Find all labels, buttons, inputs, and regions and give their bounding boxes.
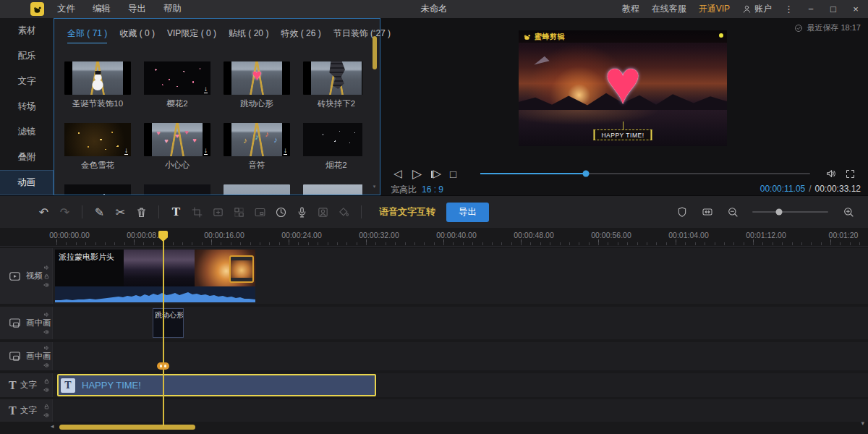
- maximize-button[interactable]: □: [828, 4, 838, 14]
- asset-item[interactable]: ↓ 烟花2: [303, 123, 362, 171]
- account-button[interactable]: 账户: [742, 3, 772, 15]
- text-rotate-handle[interactable]: [623, 122, 624, 129]
- timeline-ruler[interactable]: 00:00:00.00 00:00:08.00 00:00:16.00 00:0…: [0, 228, 868, 247]
- hide-track-icon[interactable]: [43, 386, 50, 393]
- fullscreen-button[interactable]: [841, 169, 859, 179]
- playhead-line[interactable]: [163, 232, 164, 426]
- lock-track-icon[interactable]: [43, 353, 50, 359]
- aspect-ratio-value[interactable]: 16 : 9: [422, 184, 443, 195]
- download-icon[interactable]: ↓: [204, 147, 208, 155]
- hide-track-icon[interactable]: [43, 412, 50, 418]
- asset-item[interactable]: ♪↓ 音符: [224, 123, 290, 171]
- record-voiceover-button[interactable]: [292, 206, 312, 218]
- mute-track-icon[interactable]: [43, 344, 50, 351]
- asset-item[interactable]: ↓ 樱花2: [144, 61, 210, 109]
- edit-clip-button[interactable]: ✎: [89, 205, 110, 219]
- pip-track-lane[interactable]: [52, 342, 868, 370]
- crop-button[interactable]: [187, 206, 208, 218]
- sidebar-item-animation[interactable]: 动画: [0, 170, 54, 195]
- text-overlay-selected[interactable]: HAPPY TIME!: [593, 129, 652, 140]
- lock-track-icon[interactable]: [43, 403, 50, 409]
- text-tool-button[interactable]: T: [166, 205, 187, 219]
- previous-frame-button[interactable]: ◁: [393, 167, 412, 180]
- timeline-horizontal-scrollbar[interactable]: [59, 425, 195, 430]
- stop-button[interactable]: □: [450, 168, 469, 180]
- scroll-up-icon[interactable]: ▴: [371, 27, 378, 33]
- tab-effects[interactable]: 特效 ( 26 ): [281, 27, 320, 43]
- app-logo-bee-icon[interactable]: [30, 2, 44, 16]
- hide-track-icon[interactable]: [43, 328, 50, 335]
- hide-track-icon[interactable]: [43, 362, 50, 368]
- sidebar-item-overlay[interactable]: 叠附: [0, 145, 54, 170]
- tab-all[interactable]: 全部 ( 71 ): [67, 27, 107, 43]
- tab-stickers[interactable]: 贴纸 ( 20 ): [229, 27, 268, 43]
- hscroll-left-icon[interactable]: ◂: [51, 423, 54, 430]
- playhead-clip-marker[interactable]: [157, 362, 169, 370]
- transition-overlay-box[interactable]: [229, 255, 254, 283]
- seek-bar[interactable]: [480, 173, 810, 174]
- lock-track-icon[interactable]: [43, 378, 50, 384]
- delete-button[interactable]: [131, 206, 152, 218]
- tab-favorites[interactable]: 收藏 ( 0 ): [119, 27, 155, 43]
- menu-file[interactable]: 文件: [57, 3, 75, 15]
- menu-help[interactable]: 帮助: [163, 3, 182, 15]
- text-track-lane[interactable]: [52, 399, 868, 422]
- volume-button[interactable]: [822, 168, 841, 179]
- download-icon[interactable]: ↓: [204, 85, 208, 93]
- play-button[interactable]: ▷: [412, 166, 431, 182]
- video-clip[interactable]: 派拉蒙电影片头: [55, 250, 255, 302]
- next-frame-button[interactable]: ▷: [431, 167, 450, 180]
- download-icon[interactable]: ↓: [124, 147, 128, 155]
- redo-button[interactable]: ↷: [54, 205, 75, 219]
- pip-track-lane[interactable]: 跳动心形: [52, 307, 868, 339]
- asset-item-partial[interactable]: [224, 184, 290, 195]
- sidebar-item-music[interactable]: 配乐: [0, 43, 54, 69]
- marker-button[interactable]: [671, 206, 692, 218]
- tab-holiday-decor[interactable]: 节日装饰 ( 27 ): [333, 27, 391, 43]
- menu-edit[interactable]: 编辑: [93, 3, 111, 15]
- asset-item[interactable]: 圣诞节装饰10: [64, 61, 131, 109]
- zoom-slider-knob[interactable]: [775, 209, 782, 216]
- pip-clip[interactable]: 跳动心形: [153, 308, 184, 338]
- asset-panel-scrollbar[interactable]: ▴ ▾: [371, 27, 378, 189]
- scroll-down-icon[interactable]: ▾: [371, 184, 378, 189]
- sidebar-item-text[interactable]: 文字: [0, 69, 54, 94]
- lock-track-icon[interactable]: [43, 320, 50, 326]
- zoom-frame-button[interactable]: [208, 206, 229, 218]
- seek-knob[interactable]: [582, 171, 589, 177]
- sidebar-item-filter[interactable]: 滤镜: [0, 119, 54, 145]
- hide-track-icon[interactable]: [43, 281, 50, 288]
- picture-in-picture-button[interactable]: [250, 206, 271, 218]
- mute-track-icon[interactable]: [43, 311, 50, 318]
- asset-item[interactable]: ♥↓ 小心心: [144, 123, 210, 171]
- mute-track-icon[interactable]: [43, 264, 50, 271]
- duration-button[interactable]: [271, 206, 292, 218]
- asset-item[interactable]: ↓ 砖块掉下2: [303, 61, 362, 109]
- asset-item-partial[interactable]: [64, 184, 131, 195]
- vip-upgrade-link[interactable]: 开通VIP: [699, 3, 730, 15]
- selection-handle-dot[interactable]: [719, 33, 723, 38]
- video-track-lane[interactable]: 派拉蒙电影片头: [52, 248, 868, 304]
- asset-item[interactable]: ↓ 金色雪花: [64, 123, 131, 171]
- undo-button[interactable]: ↶: [33, 205, 54, 219]
- style-fill-button[interactable]: [333, 206, 354, 218]
- timeline-zoom-slider[interactable]: [752, 211, 828, 213]
- mosaic-button[interactable]: [229, 206, 250, 218]
- split-button[interactable]: ✂: [110, 205, 131, 219]
- menu-export[interactable]: 导出: [128, 3, 146, 15]
- online-support-link[interactable]: 在线客服: [652, 3, 686, 15]
- timeline-zoom-out-button[interactable]: [722, 206, 743, 218]
- text-clip-selected[interactable]: T HAPPY TIME!: [57, 374, 376, 396]
- fit-timeline-button[interactable]: [697, 206, 718, 218]
- timeline-zoom-in-button[interactable]: [838, 206, 859, 218]
- asset-item[interactable]: ♥ 跳动心形: [224, 61, 290, 109]
- freeze-frame-button[interactable]: [312, 206, 333, 218]
- export-button[interactable]: 导出: [446, 203, 489, 222]
- tab-vip-only[interactable]: VIP限定 ( 0 ): [167, 27, 216, 43]
- minimize-button[interactable]: −: [806, 4, 816, 14]
- close-button[interactable]: ×: [851, 4, 861, 14]
- text-track-lane[interactable]: T HAPPY TIME!: [52, 373, 868, 397]
- vscroll-down-icon[interactable]: ▾: [861, 420, 864, 427]
- download-icon[interactable]: ↓: [284, 147, 287, 155]
- speech-text-convert-button[interactable]: 语音文字互转: [379, 205, 435, 218]
